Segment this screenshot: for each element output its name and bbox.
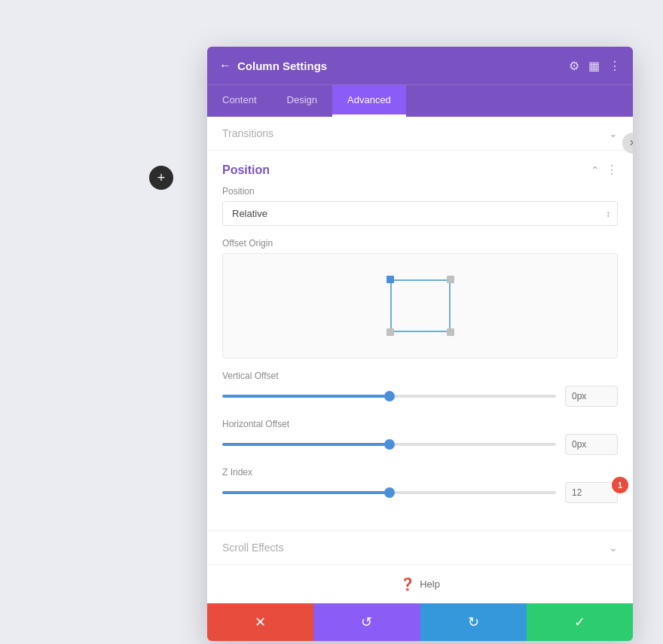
horizontal-offset-input[interactable] — [565, 434, 618, 455]
close-side-icon: ✕ — [629, 138, 633, 148]
slider-track — [222, 395, 556, 398]
slider-thumb-h[interactable] — [384, 439, 395, 450]
slider-track-z — [222, 491, 556, 494]
add-icon: + — [157, 171, 166, 185]
save-button[interactable]: ✓ — [527, 603, 633, 641]
transitions-chevron-icon: ⌄ — [609, 127, 618, 139]
undo-icon: ↺ — [361, 614, 372, 630]
transitions-label: Transitions — [222, 127, 273, 139]
vertical-offset-slider[interactable] — [222, 395, 556, 398]
cancel-icon: ✕ — [255, 614, 266, 630]
vertical-offset-label: Vertical Offset — [222, 371, 618, 381]
settings-icon[interactable]: ⚙ — [569, 59, 579, 73]
help-label[interactable]: Help — [420, 578, 440, 590]
horizontal-offset-group: Horizontal Offset — [222, 419, 618, 455]
header-left: ← Column Settings — [219, 59, 327, 72]
help-icon: ❓ — [400, 577, 415, 591]
back-icon[interactable]: ← — [219, 59, 231, 72]
collapse-icon[interactable]: ⌃ — [591, 164, 600, 176]
section-actions: ⌃ ⋮ — [591, 163, 618, 177]
z-index-badge: 1 — [612, 477, 628, 493]
position-field-label: Position — [222, 186, 618, 197]
vertical-offset-row — [222, 386, 618, 407]
position-section-header: Position ⌃ ⋮ — [222, 151, 618, 186]
slider-fill — [222, 395, 390, 398]
vertical-offset-input[interactable] — [565, 386, 618, 407]
origin-handle-bl[interactable] — [386, 328, 394, 336]
position-section: Position ⌃ ⋮ Position Relative Absolute … — [207, 151, 633, 530]
section-more-icon[interactable]: ⋮ — [606, 163, 618, 177]
transitions-section-header[interactable]: Transitions ⌄ — [207, 117, 633, 151]
tab-design[interactable]: Design — [272, 85, 332, 117]
position-field-group: Position Relative Absolute Fixed Static … — [222, 186, 618, 226]
tab-advanced[interactable]: Advanced — [332, 85, 406, 117]
horizontal-offset-row — [222, 434, 618, 455]
slider-fill-h — [222, 443, 390, 446]
offset-origin-box[interactable] — [222, 253, 618, 359]
origin-handle-br[interactable] — [447, 328, 454, 336]
offset-origin-label: Offset Origin — [222, 238, 618, 249]
layout-icon[interactable]: ▦ — [588, 59, 600, 73]
scroll-effects-chevron-icon: ⌄ — [609, 542, 618, 554]
slider-thumb[interactable] — [384, 391, 395, 401]
modal-header: ← Column Settings ⚙ ▦ ⋮ — [207, 47, 633, 84]
origin-grid — [383, 272, 458, 340]
offset-origin-group: Offset Origin — [222, 238, 618, 359]
position-select[interactable]: Relative Absolute Fixed Static — [222, 201, 618, 226]
tabs-bar: Content Design Advanced — [207, 84, 633, 117]
modal-title: Column Settings — [237, 60, 327, 72]
undo-button[interactable]: ↺ — [313, 603, 420, 641]
z-index-slider[interactable] — [222, 491, 556, 494]
z-index-row-inner — [222, 482, 618, 503]
help-row: ❓ Help — [207, 564, 633, 603]
scroll-effects-section-header[interactable]: Scroll Effects ⌄ — [207, 530, 633, 564]
redo-button[interactable]: ↻ — [420, 603, 527, 641]
header-right: ⚙ ▦ ⋮ — [569, 59, 621, 73]
slider-thumb-z[interactable] — [384, 487, 395, 498]
slider-fill-z — [222, 491, 390, 494]
modal-footer: ✕ ↺ ↻ ✓ — [207, 603, 633, 641]
position-section-title: Position — [222, 163, 270, 177]
z-index-input[interactable] — [565, 482, 618, 503]
origin-handle-tl[interactable] — [386, 276, 394, 283]
position-select-wrapper: Relative Absolute Fixed Static ↕ — [222, 201, 618, 226]
save-icon: ✓ — [574, 614, 585, 630]
z-index-group: Z Index 1 — [222, 467, 618, 503]
column-settings-modal: ← Column Settings ⚙ ▦ ⋮ Content Design A… — [207, 47, 633, 641]
z-index-label: Z Index — [222, 467, 618, 478]
add-button[interactable]: + — [149, 166, 173, 190]
tab-content[interactable]: Content — [207, 85, 272, 117]
vertical-offset-group: Vertical Offset — [222, 371, 618, 407]
cancel-button[interactable]: ✕ — [207, 603, 313, 641]
scroll-effects-label: Scroll Effects — [222, 542, 283, 554]
more-options-icon[interactable]: ⋮ — [609, 59, 621, 73]
horizontal-offset-slider[interactable] — [222, 443, 556, 446]
redo-icon: ↻ — [468, 614, 479, 630]
slider-track-h — [222, 443, 556, 446]
origin-rect — [390, 279, 451, 332]
origin-handle-tr[interactable] — [447, 276, 454, 283]
horizontal-offset-label: Horizontal Offset — [222, 419, 618, 429]
modal-body: Transitions ⌄ Position ⌃ ⋮ Position Rela… — [207, 117, 633, 603]
